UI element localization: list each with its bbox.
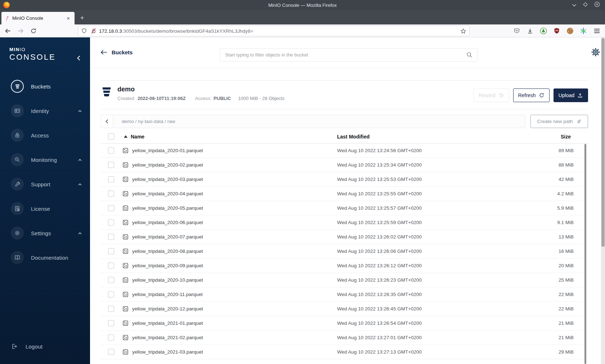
row-checkbox[interactable] <box>108 162 114 168</box>
created-label: Created: <box>117 96 135 101</box>
table-row[interactable]: yellow_tripdata_2020-07.parquet Wed Aug … <box>101 230 588 244</box>
row-checkbox[interactable] <box>108 277 114 283</box>
object-file-icon <box>123 249 128 254</box>
sidebar-item-access[interactable]: Access <box>0 123 90 147</box>
privacy-badger-icon[interactable] <box>539 27 547 35</box>
sidebar-item-settings[interactable]: Settings <box>0 221 90 245</box>
column-size[interactable]: Size <box>508 134 588 140</box>
forward-icon[interactable] <box>15 26 26 36</box>
back-to-buckets[interactable]: Buckets <box>100 49 133 55</box>
sidebar-item-label: Monitoring <box>31 157 57 163</box>
object-last-modified: Wed Aug 10 2022 13:25:55 GMT+0200 <box>337 191 508 196</box>
cookie-extension-icon[interactable] <box>566 27 574 35</box>
sidebar-item-identity[interactable]: Identity <box>0 99 90 123</box>
sidebar-item-label: Buckets <box>31 83 51 90</box>
table-row[interactable]: yellow_tripdata_2020-03.parquet Wed Aug … <box>101 172 588 187</box>
sidebar-item-logout[interactable]: Logout <box>11 340 42 352</box>
row-checkbox[interactable] <box>108 291 114 297</box>
breadcrumb-back-icon[interactable] <box>101 115 113 128</box>
object-name: yellow_tripdata_2020-02.parquet <box>132 162 203 168</box>
table-row[interactable]: yellow_tripdata_2020-08.parquet Wed Aug … <box>101 244 588 259</box>
refresh-label: Refresh <box>518 92 536 98</box>
tab-minio-console[interactable]: MinIO Console × <box>1 12 75 24</box>
object-file-icon <box>123 191 128 196</box>
row-checkbox[interactable] <box>108 147 114 154</box>
row-checkbox[interactable] <box>108 205 114 211</box>
reload-icon[interactable] <box>28 26 39 36</box>
row-checkbox[interactable] <box>108 306 114 312</box>
row-checkbox[interactable] <box>108 263 114 269</box>
sidebar-collapse-icon[interactable] <box>77 55 82 61</box>
row-checkbox[interactable] <box>108 320 114 326</box>
table-row[interactable]: yellow_tripdata_2020-02.parquet Wed Aug … <box>101 158 588 172</box>
object-size: 5.9 MiB <box>508 205 588 211</box>
maximize-icon[interactable] <box>583 2 588 8</box>
table-scrollbar[interactable] <box>584 144 586 364</box>
back-icon[interactable] <box>2 26 13 36</box>
object-name: yellow_tripdata_2020-08.parquet <box>132 249 203 254</box>
sidebar-item-support[interactable]: Support <box>0 172 90 196</box>
object-size: 42 MiB <box>508 177 588 182</box>
url-bar[interactable]: 172.18.0.3:30503/buckets/demo/browse/bnk… <box>78 26 469 36</box>
browser-scrollbar-thumb[interactable] <box>601 38 605 247</box>
row-checkbox[interactable] <box>108 191 114 197</box>
browser-window: MinIO Console — Mozilla Firefox MinIO Co… <box>0 0 605 364</box>
settings-gear-icon[interactable] <box>590 47 601 58</box>
table-row[interactable]: yellow_tripdata_2021-03.parquet Wed Aug … <box>101 345 588 359</box>
table-row[interactable]: yellow_tripdata_2020-09.parquet Wed Aug … <box>101 259 588 273</box>
object-size: 20 MiB <box>508 263 588 268</box>
insecure-lock-icon[interactable] <box>90 28 97 34</box>
tab-close-icon[interactable]: × <box>65 15 71 22</box>
table-row[interactable]: yellow_tripdata_2020-06.parquet Wed Aug … <box>101 215 588 230</box>
wrench-icon <box>11 178 24 191</box>
close-icon[interactable] <box>594 1 600 9</box>
sidebar-item-license[interactable]: License <box>0 196 90 221</box>
column-name[interactable]: Name <box>121 134 337 140</box>
caret-up-icon[interactable] <box>78 108 82 114</box>
row-checkbox[interactable] <box>108 335 114 341</box>
identity-card-icon <box>11 104 24 117</box>
titlebar: MinIO Console — Mozilla Firefox <box>0 0 605 10</box>
row-checkbox[interactable] <box>108 248 114 254</box>
breadcrumb-path[interactable]: demo / ny-taxi-data / raw <box>113 115 525 128</box>
url-text[interactable]: 172.18.0.3:30503/buckets/demo/browse/bnk… <box>99 28 460 34</box>
caret-up-icon[interactable] <box>78 230 82 236</box>
table-row[interactable]: yellow_tripdata_2020-01.parquet Wed Aug … <box>101 144 588 158</box>
book-icon <box>11 251 24 264</box>
pocket-icon[interactable] <box>513 27 521 35</box>
object-file-icon <box>123 306 128 311</box>
row-checkbox[interactable] <box>108 234 114 240</box>
bucket-header: demo Created: 2022-08-10T11:19:06Z Acces… <box>101 81 588 109</box>
sidebar-item-buckets[interactable]: Buckets <box>0 74 90 99</box>
table-row[interactable]: yellow_tripdata_2020-04.parquet Wed Aug … <box>101 187 588 201</box>
rewind-button[interactable]: Rewind <box>474 88 509 102</box>
sidebar-item-monitoring[interactable]: Monitoring <box>0 147 90 172</box>
row-checkbox[interactable] <box>108 349 114 355</box>
row-checkbox[interactable] <box>108 219 114 226</box>
table-row[interactable]: yellow_tripdata_2021-02.parquet Wed Aug … <box>101 331 588 345</box>
table-row[interactable]: yellow_tripdata_2020-05.parquet Wed Aug … <box>101 201 588 215</box>
table-row[interactable]: yellow_tripdata_2021-01.parquet Wed Aug … <box>101 316 588 331</box>
menu-icon[interactable] <box>593 27 601 35</box>
bookmark-star-icon[interactable] <box>460 28 466 34</box>
column-last-modified[interactable]: Last Modified <box>337 134 508 140</box>
minimize-icon[interactable] <box>572 2 577 8</box>
new-tab-button[interactable]: + <box>77 13 88 23</box>
select-all-checkbox[interactable] <box>108 133 114 140</box>
row-checkbox[interactable] <box>108 176 114 182</box>
caret-up-icon[interactable] <box>78 156 82 163</box>
download-icon[interactable] <box>526 27 534 35</box>
browser-scrollbar[interactable] <box>601 37 605 364</box>
refresh-button[interactable]: Refresh <box>513 88 550 102</box>
search-input[interactable] <box>225 52 466 58</box>
sidebar-item-documentation[interactable]: Documentation <box>0 245 90 270</box>
table-row[interactable]: yellow_tripdata_2020-10.parquet Wed Aug … <box>101 273 588 287</box>
ublock-origin-icon[interactable]: UO <box>553 27 561 35</box>
create-new-path-button[interactable]: Create new path <box>530 115 588 128</box>
tracking-shield-icon[interactable] <box>81 28 87 34</box>
table-row[interactable]: yellow_tripdata_2020-11.parquet Wed Aug … <box>101 287 588 302</box>
table-row[interactable]: yellow_tripdata_2020-12.parquet Wed Aug … <box>101 302 588 316</box>
caret-up-icon[interactable] <box>78 181 82 187</box>
upload-button[interactable]: Upload <box>554 88 588 102</box>
asterisk-extension-icon[interactable] <box>579 27 587 35</box>
